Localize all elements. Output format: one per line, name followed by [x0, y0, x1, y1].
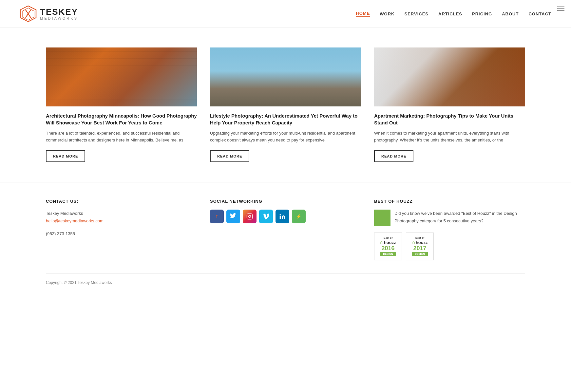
article-card: Apartment Marketing: Photography Tips to… [374, 47, 525, 162]
houzz-award-text: Did you know we've been awarded "Best of… [394, 210, 525, 225]
logo-brand: TESKEY [40, 8, 78, 16]
article-card: Lifestyle Photography: An Underestimated… [210, 47, 361, 162]
main-nav: HOME WORK SERVICES ARTICLES PRICING ABOU… [356, 11, 551, 17]
article-excerpt-1: There are a lot of talented, experienced… [46, 130, 197, 144]
twitter-icon[interactable] [226, 210, 240, 223]
article-image-2 [210, 47, 361, 106]
linkedin-icon[interactable] [276, 210, 289, 223]
contact-phone: (952) 373-1355 [46, 230, 197, 237]
houzz-year-2016: 2016 [380, 245, 396, 251]
hamburger-line-3 [557, 10, 564, 11]
article-image-3 [374, 47, 525, 106]
read-more-button-1[interactable]: READ MORE [46, 150, 85, 162]
articles-grid: Architectural Photography Minneapolis: H… [46, 47, 525, 162]
logo[interactable]: TESKEY MEDIAWORKS [20, 5, 78, 22]
article-excerpt-3: When it comes to marketing your apartmen… [374, 130, 525, 144]
hamburger-line-1 [557, 7, 564, 7]
article-card: Architectural Photography Minneapolis: H… [46, 47, 197, 162]
read-more-button-2[interactable]: READ MORE [210, 150, 249, 162]
svg-rect-4 [247, 214, 253, 219]
houzz-badge-2016: Best of ⌂ houzz 2016 DESIGN [374, 233, 402, 260]
contact-email[interactable]: hello@teskeymediaworks.com [46, 218, 104, 223]
houzz-design-label-2: DESIGN [412, 252, 428, 256]
houzz-badge-2017: Best of ⌂ houzz 2017 DESIGN [406, 233, 434, 260]
read-more-button-3[interactable]: READ MORE [374, 150, 413, 162]
company-name: Teskey Mediaworks [46, 210, 197, 217]
houzz-award-row: Did you know we've been awarded "Best of… [374, 210, 525, 226]
houzz-design-label-1: DESIGN [380, 252, 396, 256]
nav-services[interactable]: SERVICES [405, 11, 429, 16]
footer-houzz: BEST OF HOUZZ Did you know we've been aw… [374, 199, 525, 260]
article-image-1 [46, 47, 197, 106]
other-social-icon[interactable]: ⚡ [292, 210, 306, 223]
houzz-logo-1: ⌂ houzz [380, 239, 396, 245]
logo-text: TESKEY MEDIAWORKS [40, 8, 78, 20]
vimeo-icon[interactable] [259, 210, 273, 223]
footer-social: SOCIAL NETWORKING f ⚡ [210, 199, 361, 260]
footer-grid: CONTACT US: Teskey Mediaworks hello@tesk… [46, 199, 525, 260]
site-footer: CONTACT US: Teskey Mediaworks hello@tesk… [0, 182, 571, 295]
houzz-heading: BEST OF HOUZZ [374, 199, 525, 204]
footer-contact: CONTACT US: Teskey Mediaworks hello@tesk… [46, 199, 197, 260]
houzz-h-icon-2: ⌂ [412, 239, 415, 245]
houzz-area: Did you know we've been awarded "Best of… [374, 210, 525, 260]
nav-home[interactable]: HOME [356, 11, 370, 17]
article-excerpt-2: Upgrading your marketing efforts for you… [210, 130, 361, 144]
houzz-badges: Best of ⌂ houzz 2016 DESIGN Best of [374, 233, 525, 260]
houzz-green-box [374, 210, 390, 226]
nav-about[interactable]: ABOUT [502, 11, 519, 16]
best-of-label-2: Best of [412, 236, 428, 239]
svg-point-6 [280, 214, 281, 215]
article-title-1: Architectural Photography Minneapolis: H… [46, 112, 197, 126]
nav-work[interactable]: WORK [380, 11, 394, 16]
hamburger-line-2 [557, 9, 564, 9]
houzz-word: houzz [384, 240, 396, 245]
site-header: TESKEY MEDIAWORKS HOME WORK SERVICES ART… [0, 0, 571, 28]
instagram-icon[interactable] [243, 210, 257, 223]
houzz-h-icon: ⌂ [380, 239, 383, 245]
logo-sub: MEDIAWORKS [40, 17, 78, 20]
social-icons-group: f ⚡ [210, 210, 361, 223]
article-title-2: Lifestyle Photography: An Underestimated… [210, 112, 361, 126]
nav-pricing[interactable]: PRICING [472, 11, 492, 16]
houzz-logo-2: ⌂ houzz [412, 239, 428, 245]
houzz-word-2: houzz [416, 240, 428, 245]
contact-heading: CONTACT US: [46, 199, 197, 204]
logo-icon [20, 5, 37, 22]
nav-articles[interactable]: ARTICLES [438, 11, 462, 16]
hamburger-menu[interactable] [557, 7, 564, 11]
footer-copyright: Copyright © 2021 Teskey Mediaworks [46, 273, 525, 285]
article-title-3: Apartment Marketing: Photography Tips to… [374, 112, 525, 126]
articles-section: Architectural Photography Minneapolis: H… [0, 28, 571, 182]
best-of-label-1: Best of [380, 236, 396, 239]
facebook-icon[interactable]: f [210, 210, 224, 223]
social-heading: SOCIAL NETWORKING [210, 199, 361, 204]
houzz-year-2017: 2017 [412, 245, 428, 251]
nav-contact[interactable]: CONTACT [528, 11, 551, 16]
